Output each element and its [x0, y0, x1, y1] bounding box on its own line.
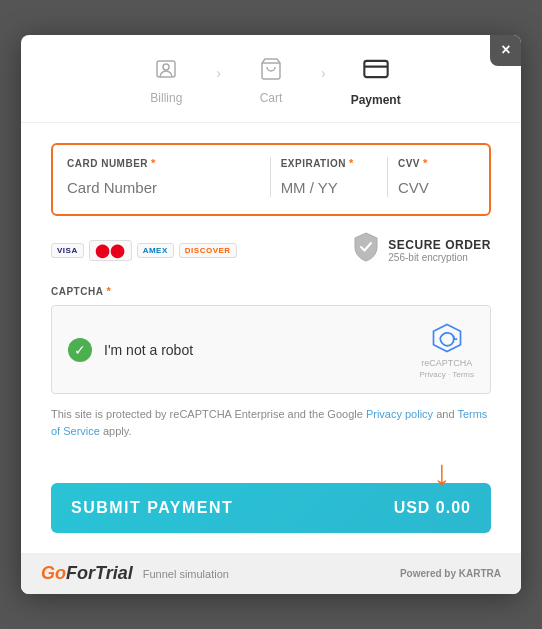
step-payment: Payment — [336, 55, 416, 107]
required-star-expiry: * — [349, 157, 354, 169]
expiry-input[interactable] — [281, 173, 377, 202]
arrow-container: ↓ — [51, 455, 491, 491]
secure-order: SECURE ORDER 256-bit encryption — [352, 231, 491, 269]
step-billing: Billing — [126, 57, 206, 105]
cvv-input[interactable] — [398, 173, 475, 202]
steps-header: Billing › Cart › Payment — [21, 35, 521, 123]
cart-label: Cart — [260, 91, 283, 105]
captcha-left: ✓ I'm not a robot — [68, 338, 193, 362]
amex-logo: AMEX — [137, 243, 174, 258]
required-star-captcha: * — [106, 285, 111, 297]
close-button[interactable]: × — [490, 35, 521, 66]
captcha-box[interactable]: ✓ I'm not a robot reCAPTCHA Privacy · Te… — [51, 305, 491, 394]
svg-point-1 — [163, 64, 169, 70]
privacy-notice: This site is protected by reCAPTCHA Ente… — [51, 406, 491, 439]
card-section: CARD NUMBER * EXPIRATION * — [51, 143, 491, 216]
expiry-group: EXPIRATION * — [281, 157, 377, 202]
discover-logo: DISCOVER — [179, 243, 237, 258]
submit-label: SUBMIT PAYMENT — [71, 499, 233, 517]
arrow-2: › — [321, 65, 326, 81]
recaptcha-brand: reCAPTCHA — [421, 358, 472, 368]
card-number-label: CARD NUMBER * — [67, 157, 260, 169]
required-star-cvv: * — [423, 157, 428, 169]
submit-price: USD 0.00 — [394, 499, 471, 517]
secure-title: SECURE ORDER — [388, 238, 491, 252]
card-fields: CARD NUMBER * EXPIRATION * — [67, 157, 475, 202]
field-divider-1 — [270, 157, 271, 197]
billing-icon — [154, 57, 178, 87]
arrow-1: › — [216, 65, 221, 81]
mastercard-logo: ⬤⬤ — [89, 240, 132, 261]
modal-body: CARD NUMBER * EXPIRATION * — [21, 123, 521, 553]
captcha-right: reCAPTCHA Privacy · Terms — [419, 320, 474, 379]
required-star-card: * — [151, 157, 156, 169]
shield-icon — [352, 231, 380, 269]
privacy-policy-link[interactable]: Privacy policy — [366, 408, 433, 420]
brand-logo: GoForTrial — [41, 563, 133, 584]
expiry-label: EXPIRATION * — [281, 157, 377, 169]
cart-icon — [259, 57, 283, 87]
cvv-group: CVV * — [398, 157, 475, 202]
recaptcha-links: Privacy · Terms — [419, 370, 474, 379]
visa-logo: VISA — [51, 243, 84, 258]
card-number-group: CARD NUMBER * — [67, 157, 260, 202]
recaptcha-logo-icon — [429, 320, 465, 356]
card-logos: VISA ⬤⬤ AMEX DISCOVER — [51, 240, 237, 261]
footer-right: Powered by KARTRA — [400, 568, 501, 579]
card-number-input[interactable] — [67, 173, 260, 202]
cvv-label: CVV * — [398, 157, 475, 169]
step-cart: Cart — [231, 57, 311, 105]
kartra-brand: KARTRA — [459, 568, 501, 579]
submit-arrow-icon: ↓ — [433, 455, 451, 491]
captcha-checkmark: ✓ — [68, 338, 92, 362]
payment-label: Payment — [351, 93, 401, 107]
footer-left: GoForTrial Funnel simulation — [41, 563, 229, 584]
billing-label: Billing — [150, 91, 182, 105]
secure-text: SECURE ORDER 256-bit encryption — [388, 238, 491, 263]
svg-rect-3 — [364, 61, 387, 77]
funnel-simulation-label: Funnel simulation — [143, 568, 229, 580]
field-divider-2 — [387, 157, 388, 197]
card-bottom: VISA ⬤⬤ AMEX DISCOVER SECURE ORDER 256-b… — [51, 231, 491, 269]
captcha-text: I'm not a robot — [104, 342, 193, 358]
captcha-label: CAPTCHA * — [51, 285, 491, 297]
payment-modal: × Billing › Cart — [21, 35, 521, 594]
brand-go: Go — [41, 563, 66, 583]
payment-icon — [362, 55, 390, 89]
secure-subtitle: 256-bit encryption — [388, 252, 491, 263]
modal-footer: GoForTrial Funnel simulation Powered by … — [21, 553, 521, 594]
